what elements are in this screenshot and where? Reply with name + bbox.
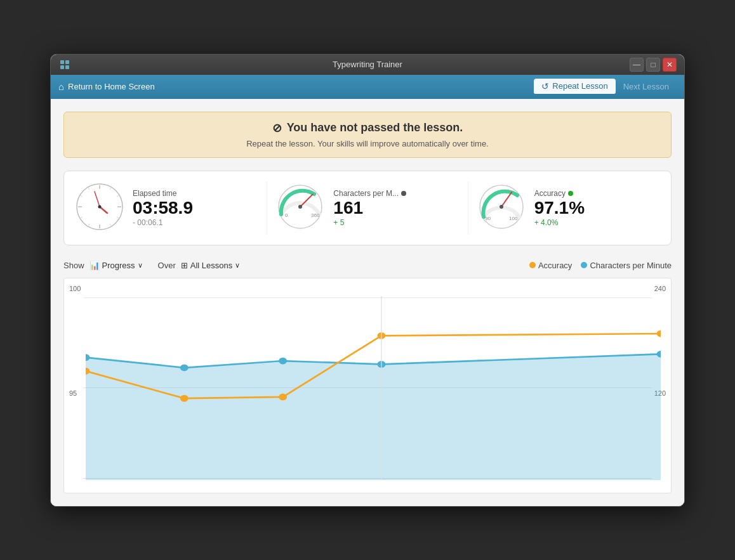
elapsed-time-card: Elapsed time 03:58.9 - 00:06.1 [74,181,267,235]
app-title: Typewriting Trainer [333,60,402,69]
cpm-card: 0 360 Characters per M... 161 + 5 [275,181,468,235]
next-lesson-label: Next Lesson [623,82,669,91]
alert-subtitle: Repeat the lesson. Your skills will impr… [77,139,658,148]
chart-icon: 📊 [89,261,100,270]
lessons-chevron: ∨ [235,261,240,270]
repeat-icon: ↺ [541,81,549,91]
accuracy-label: Accuracy [534,189,661,198]
accuracy-legend-label: Accuracy [538,261,572,270]
close-button[interactable]: ✕ [663,58,677,72]
svg-text:360: 360 [311,212,320,218]
maximize-button[interactable]: □ [646,58,660,72]
alert-banner: ⊘ You have not passed the lesson. Repeat… [63,112,672,158]
elapsed-label: Elapsed time [133,189,259,198]
window-controls: — □ ✕ [630,58,677,72]
next-lesson-button[interactable]: Next Lesson [616,79,677,94]
cpm-diff: + 5 [333,218,460,227]
accuracy-value: 97.1% [534,199,661,217]
main-content: ⊘ You have not passed the lesson. Repeat… [51,99,684,506]
svg-point-24 [298,205,302,209]
titlebar: Typewriting Trainer — □ ✕ [51,55,684,75]
chart-legend: Accuracy Characters per Minute [529,261,672,270]
alert-title-text: You have not passed the lesson. [287,121,463,134]
alert-title: ⊘ You have not passed the lesson. [77,121,658,135]
home-label: Return to Home Screen [68,82,155,91]
cpm-indicator [401,191,406,196]
svg-point-29 [500,205,503,209]
accuracy-indicator [568,191,573,196]
svg-rect-2 [60,65,64,69]
show-label: Show [63,261,84,270]
minimize-button[interactable]: — [630,58,644,72]
cpm-point-3 [279,357,287,364]
svg-text:100: 100 [509,216,518,221]
alert-icon: ⊘ [272,121,282,135]
chart-controls: Show 📊 Progress ∨ Over ⊞ All Lessons ∨ A… [63,261,672,270]
cpm-point-2 [180,364,189,371]
accuracy-card: 90 100 Accuracy 97.1% + 4.0% [476,181,661,235]
cpm-area [86,354,661,480]
home-button[interactable]: ⌂ Return to Home Screen [58,81,155,92]
app-icon [58,58,71,71]
cpm-label: Characters per M... [333,189,460,198]
stats-row: Elapsed time 03:58.9 - 00:06.1 [63,171,672,245]
chart-svg [86,296,661,480]
repeat-lesson-button[interactable]: ↺ Repeat Lesson [534,79,615,95]
elapsed-diff: - 00:06.1 [133,218,259,227]
elapsed-value: 03:58.9 [133,199,259,217]
repeat-lesson-label: Repeat Lesson [552,81,607,91]
svg-rect-1 [65,60,69,64]
y-left-top: 100 [69,285,81,292]
acc-point-5 [657,330,661,337]
cpm-legend-dot [581,262,587,268]
clock-gauge [74,181,125,235]
cpm-value: 161 [333,199,460,217]
navbar: ⌂ Return to Home Screen ↺ Repeat Lesson … [51,75,684,99]
y-right-top: 240 [654,285,666,292]
svg-text:0: 0 [285,212,288,218]
accuracy-legend: Accuracy [529,261,572,270]
all-lessons-control[interactable]: ⊞ All Lessons ∨ [181,261,240,270]
progress-chevron: ∨ [138,261,143,270]
elapsed-values: Elapsed time 03:58.9 - 00:06.1 [133,189,259,227]
progress-label: Progress [102,261,135,270]
progress-control[interactable]: 📊 Progress ∨ [89,261,143,270]
cpm-legend-label: Characters per Minute [590,261,672,270]
accuracy-values: Accuracy 97.1% + 4.0% [534,189,661,227]
app-window: Typewriting Trainer — □ ✕ ⌂ Return to Ho… [50,54,685,507]
cpm-values: Characters per M... 161 + 5 [333,189,460,227]
cpm-gauge: 0 360 [275,181,326,235]
svg-text:90: 90 [485,216,491,221]
filter-icon: ⊞ [181,261,188,270]
accuracy-legend-dot [529,262,536,268]
all-lessons-label: All Lessons [190,261,232,270]
home-icon: ⌂ [58,81,64,92]
chart-area: 100 95 240 120 [63,278,672,493]
svg-rect-3 [65,65,69,69]
acc-point-3 [279,393,287,400]
accuracy-diff: + 4.0% [534,218,661,227]
accuracy-gauge: 90 100 [476,181,527,235]
svg-rect-0 [60,60,64,64]
svg-point-19 [98,205,102,208]
acc-point-2 [180,394,189,401]
over-label: Over [158,261,176,270]
y-left-mid: 95 [69,389,77,397]
cpm-legend: Characters per Minute [581,261,672,270]
